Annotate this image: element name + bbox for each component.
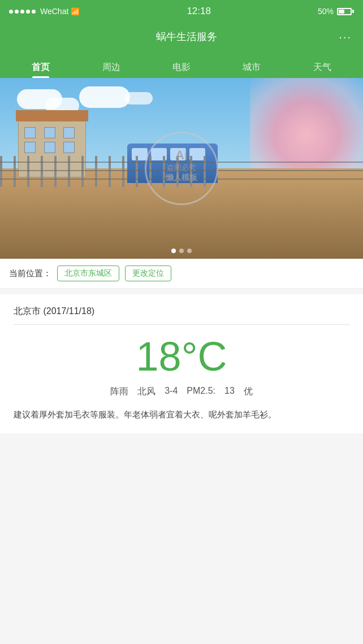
building-window	[24, 142, 36, 153]
fence-post	[0, 156, 2, 187]
location-bar: 当前位置： 北京市东城区 更改定位	[0, 259, 363, 289]
fence-post	[149, 156, 152, 187]
fence-post	[14, 156, 16, 187]
banner: Ai 盗图必究 懒人模板 www.lanrenmb.com	[0, 78, 363, 259]
status-bar: WeChat 📶 12:18 50%	[0, 0, 363, 23]
signal-dot-1	[9, 10, 13, 14]
fence-post	[136, 156, 138, 187]
weather-advice: 建议着厚外套加毛衣等服装。年老体弱者宜着大衣、呢外套加羊毛衫。	[14, 407, 349, 422]
fence-post	[27, 156, 29, 187]
tab-movie[interactable]: 电影	[146, 51, 217, 78]
building-window	[44, 142, 55, 153]
weather-pm25-label: PM2.5:	[187, 386, 215, 398]
cloud-4	[124, 92, 153, 105]
status-time: 12:18	[187, 6, 211, 17]
cloud-3	[79, 86, 130, 108]
carrier-label: WeChat	[40, 7, 68, 16]
nav-bar: 蜗牛生活服务 ···	[0, 23, 363, 51]
fence-wire-1	[0, 162, 363, 163]
fence-post	[122, 156, 124, 187]
status-right: 50%	[318, 7, 354, 16]
building-window	[63, 142, 75, 153]
tab-home[interactable]: 首页	[6, 51, 76, 78]
fence-post	[54, 156, 57, 187]
weather-quality: 优	[244, 386, 253, 398]
signal-dot-2	[15, 10, 19, 14]
weather-wind-level: 3-4	[165, 386, 178, 398]
slide-dot-2	[179, 249, 184, 253]
slide-dots	[171, 249, 192, 253]
fence-wire-2	[0, 170, 363, 171]
fence-post	[109, 156, 111, 187]
fence-wire-3	[0, 179, 363, 180]
signal-dot-5	[32, 10, 36, 14]
fence-post	[68, 156, 70, 187]
building-window	[63, 127, 75, 138]
tab-nearby[interactable]: 周边	[76, 51, 146, 78]
battery-icon	[337, 8, 354, 15]
building-windows	[19, 121, 85, 159]
weather-city-date: 北京市 (2017/11/18)	[14, 306, 349, 325]
fence-post	[81, 156, 84, 187]
building-roof	[16, 110, 88, 121]
signal-dot-4	[26, 10, 30, 14]
fence-post	[41, 156, 43, 187]
location-city[interactable]: 北京市东城区	[57, 266, 119, 281]
weather-temperature: 18°C	[14, 336, 349, 377]
signal-dots	[9, 10, 36, 14]
weather-wind: 北风	[137, 386, 155, 398]
tab-city[interactable]: 城市	[217, 51, 287, 78]
signal-dot-3	[20, 10, 24, 14]
wifi-icon: 📶	[71, 7, 80, 16]
fence-post	[190, 156, 192, 187]
building-window	[24, 127, 36, 138]
fence	[0, 156, 363, 190]
nav-more-button[interactable]: ···	[339, 31, 352, 43]
location-change-button[interactable]: 更改定位	[125, 266, 171, 281]
slide-dot-1	[171, 249, 176, 253]
weather-card: 北京市 (2017/11/18) 18°C 阵雨 北风 3-4 PM2.5: 1…	[0, 294, 363, 433]
location-label: 当前位置：	[9, 268, 51, 279]
status-left: WeChat 📶	[9, 7, 80, 16]
fence-post	[163, 156, 165, 187]
weather-pm25-value: 13	[224, 386, 235, 398]
building-window	[44, 127, 55, 138]
nav-title: 蜗牛生活服务	[34, 30, 339, 43]
tab-bar: 首页 周边 电影 城市 天气	[0, 51, 363, 78]
fence-post	[176, 156, 179, 187]
banner-scene: Ai 盗图必究 懒人模板 www.lanrenmb.com	[0, 78, 363, 259]
fence-post	[204, 156, 206, 187]
slide-dot-3	[187, 249, 192, 253]
tab-weather[interactable]: 天气	[287, 51, 357, 78]
battery-percent: 50%	[318, 7, 334, 16]
fence-post	[95, 156, 97, 187]
weather-details: 阵雨 北风 3-4 PM2.5: 13 优	[14, 386, 349, 398]
weather-condition: 阵雨	[110, 386, 128, 398]
